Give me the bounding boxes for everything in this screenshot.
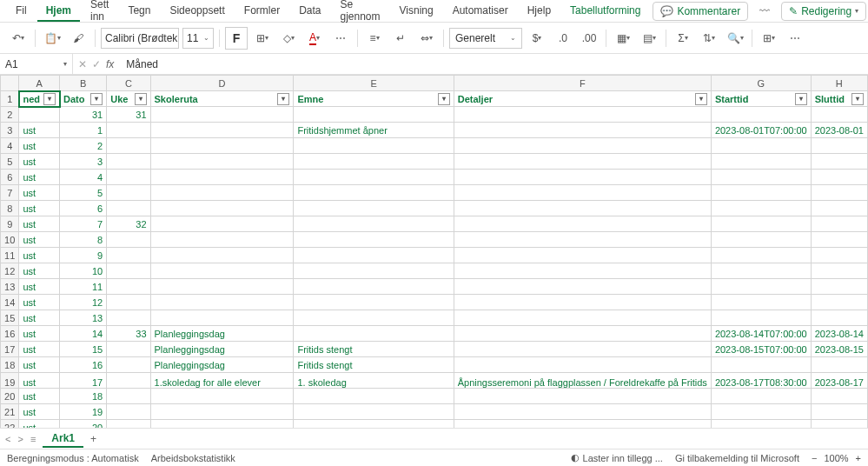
cell[interactable] xyxy=(107,154,150,170)
cell[interactable] xyxy=(711,279,811,295)
ribbon-tab-visning[interactable]: Visning xyxy=(391,1,442,22)
cell[interactable] xyxy=(454,279,711,295)
editing-mode-button[interactable]: ✎ Redigering ▾ xyxy=(781,2,866,21)
cell[interactable] xyxy=(711,263,811,279)
ribbon-tab-formler[interactable]: Formler xyxy=(235,1,288,22)
cell[interactable] xyxy=(454,342,711,357)
cell[interactable] xyxy=(294,107,454,123)
cell[interactable]: ust xyxy=(19,216,60,232)
workbook-stats-label[interactable]: Arbeidsbokstatistikk xyxy=(151,453,235,463)
cell[interactable]: 3 xyxy=(60,154,107,170)
find-button[interactable]: 🔍▾ xyxy=(724,27,746,50)
cell[interactable] xyxy=(294,216,454,232)
cell[interactable] xyxy=(454,185,711,201)
column-header[interactable]: E xyxy=(294,76,454,91)
ribbon-tab-automatiser[interactable]: Automatiser xyxy=(444,1,517,22)
cell[interactable]: ust xyxy=(19,357,60,373)
cell[interactable] xyxy=(711,138,811,154)
cell[interactable]: 2023-08-01T07:00:00 xyxy=(711,123,811,138)
cell[interactable] xyxy=(150,123,294,138)
row-header[interactable]: 19 xyxy=(1,373,19,389)
cell[interactable]: 8 xyxy=(60,232,107,248)
paste-button[interactable]: 📋▾ xyxy=(41,27,63,50)
conditional-format-button[interactable]: ▦▾ xyxy=(612,27,634,50)
cell[interactable]: 19 xyxy=(60,404,107,420)
cell[interactable]: 16 xyxy=(60,357,107,373)
row-header[interactable]: 14 xyxy=(1,295,19,310)
font-color-button[interactable]: A▾ xyxy=(303,27,326,50)
cell[interactable] xyxy=(454,248,711,263)
cell[interactable] xyxy=(711,201,811,216)
cell[interactable] xyxy=(107,123,150,138)
cell[interactable] xyxy=(294,201,454,216)
ribbon-tab-tabellutforming[interactable]: Tabellutforming xyxy=(561,1,649,22)
cell[interactable] xyxy=(454,138,711,154)
cell[interactable]: 1.skoledag for alle elever xyxy=(150,373,294,389)
cell[interactable]: ust xyxy=(19,420,60,429)
cell[interactable] xyxy=(150,420,294,429)
cell[interactable] xyxy=(454,389,711,404)
cell[interactable]: 33 xyxy=(107,326,150,342)
row-header[interactable]: 16 xyxy=(1,326,19,342)
cell[interactable]: 14 xyxy=(60,326,107,342)
filter-button[interactable]: ▾ xyxy=(438,93,450,105)
filter-button[interactable]: ▾ xyxy=(851,93,864,105)
cell[interactable] xyxy=(811,138,867,154)
merge-button[interactable]: ⇔▾ xyxy=(415,27,438,50)
row-header[interactable]: 1 xyxy=(1,91,19,107)
cell[interactable] xyxy=(150,248,294,263)
cell[interactable] xyxy=(711,248,811,263)
row-header[interactable]: 13 xyxy=(1,279,19,295)
cell[interactable] xyxy=(107,342,150,357)
ribbon-tab-data[interactable]: Data xyxy=(290,1,329,22)
ribbon-tab-hjelp[interactable]: Hjelp xyxy=(519,1,560,22)
cell[interactable]: 2023-08-15 xyxy=(811,342,867,357)
cell[interactable]: 2023-08-17T08:30:00 xyxy=(711,373,811,389)
cell[interactable]: ust xyxy=(19,232,60,248)
cell[interactable]: ust xyxy=(19,404,60,420)
cell[interactable] xyxy=(150,232,294,248)
cell[interactable] xyxy=(107,185,150,201)
cell[interactable] xyxy=(294,295,454,310)
cell[interactable] xyxy=(107,389,150,404)
cell[interactable] xyxy=(107,420,150,429)
cell[interactable] xyxy=(811,248,867,263)
cell[interactable]: ust xyxy=(19,342,60,357)
cell[interactable] xyxy=(107,170,150,185)
cell[interactable]: 4 xyxy=(60,170,107,185)
font-family-select[interactable]: Calibri (Brødtek...⌄ xyxy=(101,28,179,49)
row-header[interactable]: 7 xyxy=(1,185,19,201)
cell[interactable]: 13 xyxy=(60,310,107,326)
cell[interactable] xyxy=(711,170,811,185)
cell[interactable] xyxy=(150,201,294,216)
cell[interactable] xyxy=(294,185,454,201)
cell[interactable]: 5 xyxy=(60,185,107,201)
cell[interactable]: 2023-08-17 xyxy=(811,373,867,389)
cell[interactable] xyxy=(711,216,811,232)
column-header[interactable]: B xyxy=(60,76,107,91)
cell[interactable] xyxy=(294,232,454,248)
sort-filter-button[interactable]: ⇅▾ xyxy=(698,27,720,50)
cell[interactable] xyxy=(454,170,711,185)
cell[interactable] xyxy=(107,279,150,295)
column-header[interactable]: H xyxy=(811,76,867,91)
cell[interactable]: 6 xyxy=(60,201,107,216)
row-header[interactable]: 21 xyxy=(1,404,19,420)
cell[interactable] xyxy=(711,404,811,420)
row-header[interactable]: 3 xyxy=(1,123,19,138)
cell[interactable] xyxy=(454,107,711,123)
cell[interactable]: ust xyxy=(19,326,60,342)
cell[interactable]: 20 xyxy=(60,420,107,429)
cell[interactable] xyxy=(19,107,60,123)
cell[interactable] xyxy=(107,310,150,326)
zoom-level[interactable]: 100% xyxy=(824,453,848,463)
undo-button[interactable]: ↶▾ xyxy=(7,27,30,50)
cell[interactable]: ust xyxy=(19,295,60,310)
cell[interactable] xyxy=(711,310,811,326)
cell[interactable] xyxy=(107,263,150,279)
add-sheet-button[interactable]: + xyxy=(90,433,96,445)
cell[interactable]: Planleggingsdag xyxy=(150,326,294,342)
cell[interactable]: 17 xyxy=(60,373,107,389)
row-header[interactable]: 11 xyxy=(1,248,19,263)
cell[interactable] xyxy=(150,263,294,279)
